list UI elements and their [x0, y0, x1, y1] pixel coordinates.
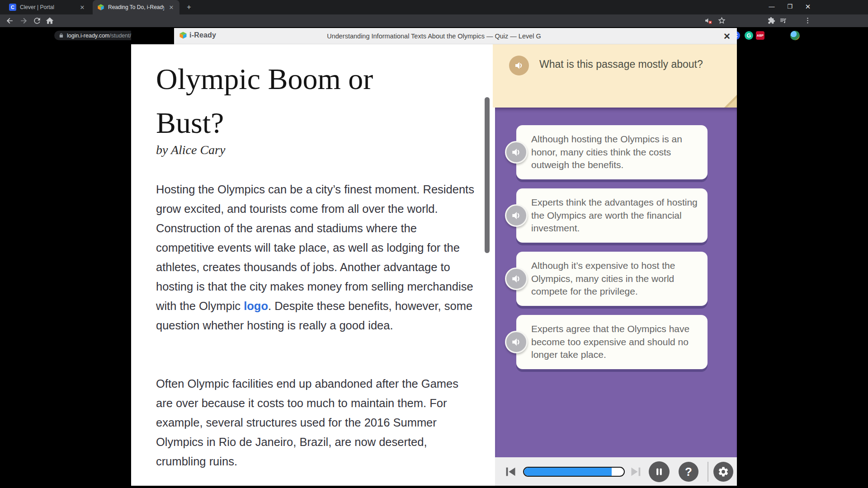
tab-title: Reading To Do, i-Ready [108, 4, 164, 10]
chrome-menu-icon[interactable] [804, 17, 811, 24]
iready-favicon [97, 4, 104, 11]
window-close-button[interactable]: ✕ [799, 0, 817, 14]
skip-forward-button[interactable] [630, 465, 642, 478]
bookmark-star-icon[interactable] [718, 17, 726, 24]
speaker-icon [514, 60, 524, 71]
tab-iready[interactable]: Reading To Do, i-Ready ✕ [93, 0, 179, 14]
tab-muted-icon[interactable] [704, 17, 712, 24]
question-audio-button[interactable] [509, 56, 529, 75]
answer-audio-button[interactable] [505, 331, 528, 353]
pause-icon [655, 467, 664, 476]
new-tab-button[interactable]: + [184, 3, 193, 12]
browser-tab-bar: C Clever | Portal ✕ Reading To Do, i-Rea… [0, 0, 868, 14]
answer-text: Experts agree that the Olympics have bec… [531, 323, 699, 361]
grammarly-extension-icon[interactable]: G [745, 31, 753, 40]
answer-text: Although it’s expensive to host the Olym… [531, 259, 699, 298]
tab-clever-portal[interactable]: C Clever | Portal ✕ [5, 0, 90, 14]
pause-button[interactable] [649, 461, 670, 482]
passage-scrollbar-thumb[interactable] [485, 97, 490, 253]
iready-logo: i-Ready [179, 31, 216, 39]
passage-title: Olympic Boom or Bust? [156, 57, 436, 145]
speaker-icon [510, 336, 522, 348]
answer-option-3[interactable]: Although it’s expensive to host the Olym… [516, 252, 708, 306]
answer-text: Although hosting the Olympics is an hono… [531, 133, 699, 172]
window-minimize-button[interactable]: — [763, 0, 781, 14]
tab-close-icon[interactable]: ✕ [168, 4, 175, 11]
window-restore-button[interactable]: ❐ [781, 0, 799, 14]
settings-button[interactable] [713, 462, 733, 482]
passage-paragraph: Often Olympic facilities end up abandone… [156, 374, 478, 471]
passage-pane: Olympic Boom or Bust? by Alice Cary Host… [131, 44, 495, 486]
question-text: What is this passage mostly about? [539, 56, 725, 72]
speaker-icon [510, 146, 522, 158]
audio-progress-bar[interactable] [523, 467, 625, 477]
lesson-header: Understanding Informational Texts About … [131, 28, 737, 44]
playlist-icon[interactable] [779, 17, 787, 24]
iready-cube-icon [179, 31, 187, 39]
vocab-link-logo[interactable]: logo [244, 300, 268, 312]
passage-byline: by Alice Cary [156, 143, 225, 157]
answer-option-4[interactable]: Experts agree that the Olympics have bec… [516, 315, 708, 369]
question-pane: What is this passage mostly about? Altho… [493, 44, 737, 486]
adblock-extension-icon[interactable]: ABP [756, 31, 764, 40]
answer-audio-button[interactable] [505, 141, 528, 164]
bar-divider [708, 462, 708, 482]
answer-audio-button[interactable] [505, 267, 528, 290]
answer-text: Experts think the advantages of hosting … [531, 196, 699, 235]
tab-close-icon[interactable]: ✕ [79, 4, 86, 11]
iready-logo-text: i-Ready [189, 31, 216, 39]
clever-favicon: C [9, 4, 16, 11]
reload-icon[interactable] [33, 16, 42, 25]
tab-title: Clever | Portal [20, 4, 74, 10]
answer-audio-button[interactable] [505, 204, 528, 227]
extensions-puzzle-icon[interactable] [768, 17, 775, 24]
lesson-close-icon[interactable]: ✕ [722, 31, 732, 42]
help-icon: ? [685, 465, 692, 479]
gear-icon [717, 466, 729, 478]
progress-fill [524, 468, 612, 476]
question-card-fold [724, 95, 737, 108]
back-icon[interactable] [5, 16, 14, 25]
question-card: What is this passage mostly about? [493, 44, 737, 108]
browser-toolbar: login.i-ready.com/student/dashboard/home… [0, 14, 868, 27]
skip-back-button[interactable] [504, 465, 517, 478]
answer-option-1[interactable]: Although hosting the Olympics is an hono… [516, 125, 708, 179]
passage-paragraph: Hosting the Olympics can be a city’s fin… [156, 180, 478, 335]
answer-option-2[interactable]: Experts think the advantages of hosting … [516, 188, 708, 243]
iready-lesson-window: Understanding Informational Texts About … [131, 28, 737, 486]
paragraph-text: Hosting the Olympics can be a city’s fin… [156, 183, 474, 312]
forward-icon[interactable] [19, 16, 28, 25]
help-button[interactable]: ? [679, 462, 698, 482]
speaker-icon [510, 273, 522, 285]
lesson-title: Understanding Informational Texts About … [131, 28, 737, 44]
audio-player-bar: ? [495, 457, 737, 486]
profile-avatar[interactable] [790, 31, 800, 40]
speaker-icon [510, 210, 522, 221]
home-icon[interactable] [45, 16, 54, 25]
lock-icon [59, 33, 64, 38]
